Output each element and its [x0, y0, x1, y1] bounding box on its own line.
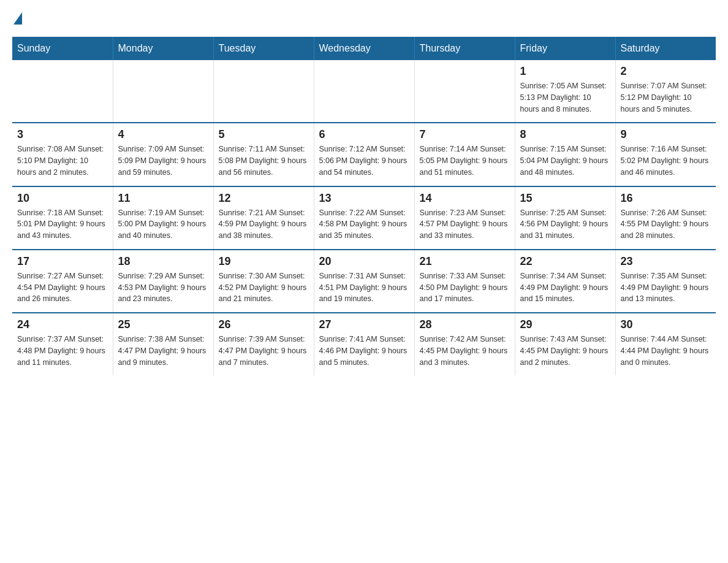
calendar-cell: 19Sunrise: 7:30 AM Sunset: 4:52 PM Dayli…: [213, 250, 314, 313]
day-number: 6: [319, 128, 409, 141]
day-info: Sunrise: 7:26 AM Sunset: 4:55 PM Dayligh…: [621, 207, 711, 242]
day-info: Sunrise: 7:09 AM Sunset: 5:09 PM Dayligh…: [118, 144, 208, 178]
day-number: 19: [219, 255, 309, 268]
day-info: Sunrise: 7:29 AM Sunset: 4:53 PM Dayligh…: [118, 270, 208, 305]
calendar-cell: 1Sunrise: 7:05 AM Sunset: 5:13 PM Daylig…: [515, 60, 615, 123]
calendar-cell: 10Sunrise: 7:18 AM Sunset: 5:01 PM Dayli…: [12, 186, 113, 250]
calendar-cell: [414, 60, 515, 123]
day-number: 16: [621, 192, 711, 205]
day-info: Sunrise: 7:41 AM Sunset: 4:46 PM Dayligh…: [319, 334, 409, 368]
weekday-header-row: SundayMondayTuesdayWednesdayThursdayFrid…: [12, 37, 716, 60]
day-number: 4: [118, 128, 208, 141]
calendar-cell: 3Sunrise: 7:08 AM Sunset: 5:10 PM Daylig…: [12, 123, 113, 186]
day-info: Sunrise: 7:11 AM Sunset: 5:08 PM Dayligh…: [219, 144, 309, 178]
calendar-cell: [12, 60, 113, 123]
calendar-table: SundayMondayTuesdayWednesdayThursdayFrid…: [12, 37, 716, 375]
day-info: Sunrise: 7:31 AM Sunset: 4:51 PM Dayligh…: [319, 270, 409, 305]
calendar-cell: 25Sunrise: 7:38 AM Sunset: 4:47 PM Dayli…: [113, 313, 213, 375]
day-number: 15: [520, 192, 610, 205]
calendar-cell: 22Sunrise: 7:34 AM Sunset: 4:49 PM Dayli…: [515, 250, 615, 313]
weekday-header-tuesday: Tuesday: [213, 37, 314, 60]
calendar-cell: 14Sunrise: 7:23 AM Sunset: 4:57 PM Dayli…: [414, 186, 515, 250]
calendar-week-1: 1Sunrise: 7:05 AM Sunset: 5:13 PM Daylig…: [12, 60, 716, 123]
day-number: 17: [17, 255, 108, 268]
day-info: Sunrise: 7:22 AM Sunset: 4:58 PM Dayligh…: [319, 207, 409, 242]
weekday-header-friday: Friday: [515, 37, 615, 60]
calendar-cell: [213, 60, 314, 123]
day-info: Sunrise: 7:44 AM Sunset: 4:44 PM Dayligh…: [621, 334, 711, 368]
day-info: Sunrise: 7:08 AM Sunset: 5:10 PM Dayligh…: [17, 144, 108, 178]
calendar-cell: 18Sunrise: 7:29 AM Sunset: 4:53 PM Dayli…: [113, 250, 213, 313]
calendar-cell: 12Sunrise: 7:21 AM Sunset: 4:59 PM Dayli…: [213, 186, 314, 250]
day-number: 21: [420, 255, 510, 268]
day-info: Sunrise: 7:14 AM Sunset: 5:05 PM Dayligh…: [420, 144, 510, 178]
day-info: Sunrise: 7:23 AM Sunset: 4:57 PM Dayligh…: [420, 207, 510, 242]
day-info: Sunrise: 7:34 AM Sunset: 4:49 PM Dayligh…: [520, 270, 610, 305]
calendar-cell: [314, 60, 414, 123]
day-number: 18: [118, 255, 208, 268]
day-number: 27: [319, 318, 409, 331]
logo: [12, 12, 23, 25]
calendar-cell: 9Sunrise: 7:16 AM Sunset: 5:02 PM Daylig…: [615, 123, 716, 186]
day-number: 13: [319, 192, 409, 205]
calendar-cell: 30Sunrise: 7:44 AM Sunset: 4:44 PM Dayli…: [615, 313, 716, 375]
calendar-cell: 13Sunrise: 7:22 AM Sunset: 4:58 PM Dayli…: [314, 186, 414, 250]
day-info: Sunrise: 7:38 AM Sunset: 4:47 PM Dayligh…: [118, 334, 208, 368]
day-number: 20: [319, 255, 409, 268]
day-number: 10: [17, 192, 108, 205]
calendar-cell: 5Sunrise: 7:11 AM Sunset: 5:08 PM Daylig…: [213, 123, 314, 186]
calendar-cell: 21Sunrise: 7:33 AM Sunset: 4:50 PM Dayli…: [414, 250, 515, 313]
day-number: 9: [621, 128, 711, 141]
day-info: Sunrise: 7:35 AM Sunset: 4:49 PM Dayligh…: [621, 270, 711, 305]
day-number: 30: [621, 318, 711, 331]
day-number: 2: [621, 65, 711, 78]
day-number: 26: [219, 318, 309, 331]
calendar-week-2: 3Sunrise: 7:08 AM Sunset: 5:10 PM Daylig…: [12, 123, 716, 186]
day-info: Sunrise: 7:05 AM Sunset: 5:13 PM Dayligh…: [520, 80, 610, 115]
page-header: [12, 12, 716, 25]
calendar-cell: 8Sunrise: 7:15 AM Sunset: 5:04 PM Daylig…: [515, 123, 615, 186]
day-info: Sunrise: 7:25 AM Sunset: 4:56 PM Dayligh…: [520, 207, 610, 242]
calendar-body: 1Sunrise: 7:05 AM Sunset: 5:13 PM Daylig…: [12, 60, 716, 375]
day-number: 24: [17, 318, 108, 331]
calendar-cell: 17Sunrise: 7:27 AM Sunset: 4:54 PM Dayli…: [12, 250, 113, 313]
day-number: 25: [118, 318, 208, 331]
weekday-header-thursday: Thursday: [414, 37, 515, 60]
day-number: 23: [621, 255, 711, 268]
weekday-header-sunday: Sunday: [12, 37, 113, 60]
calendar-week-4: 17Sunrise: 7:27 AM Sunset: 4:54 PM Dayli…: [12, 250, 716, 313]
day-number: 11: [118, 192, 208, 205]
calendar-cell: 11Sunrise: 7:19 AM Sunset: 5:00 PM Dayli…: [113, 186, 213, 250]
day-info: Sunrise: 7:33 AM Sunset: 4:50 PM Dayligh…: [420, 270, 510, 305]
calendar-cell: 7Sunrise: 7:14 AM Sunset: 5:05 PM Daylig…: [414, 123, 515, 186]
day-number: 1: [520, 65, 610, 78]
calendar-cell: 29Sunrise: 7:43 AM Sunset: 4:45 PM Dayli…: [515, 313, 615, 375]
day-info: Sunrise: 7:18 AM Sunset: 5:01 PM Dayligh…: [17, 207, 108, 242]
day-info: Sunrise: 7:21 AM Sunset: 4:59 PM Dayligh…: [219, 207, 309, 242]
calendar-cell: [113, 60, 213, 123]
calendar-header: SundayMondayTuesdayWednesdayThursdayFrid…: [12, 37, 716, 60]
weekday-header-saturday: Saturday: [615, 37, 716, 60]
day-info: Sunrise: 7:07 AM Sunset: 5:12 PM Dayligh…: [621, 80, 711, 115]
calendar-week-5: 24Sunrise: 7:37 AM Sunset: 4:48 PM Dayli…: [12, 313, 716, 375]
day-number: 28: [420, 318, 510, 331]
calendar-cell: 15Sunrise: 7:25 AM Sunset: 4:56 PM Dayli…: [515, 186, 615, 250]
calendar-cell: 20Sunrise: 7:31 AM Sunset: 4:51 PM Dayli…: [314, 250, 414, 313]
calendar-cell: 4Sunrise: 7:09 AM Sunset: 5:09 PM Daylig…: [113, 123, 213, 186]
day-number: 5: [219, 128, 309, 141]
day-info: Sunrise: 7:30 AM Sunset: 4:52 PM Dayligh…: [219, 270, 309, 305]
day-number: 12: [219, 192, 309, 205]
day-info: Sunrise: 7:37 AM Sunset: 4:48 PM Dayligh…: [17, 334, 108, 368]
calendar-cell: 24Sunrise: 7:37 AM Sunset: 4:48 PM Dayli…: [12, 313, 113, 375]
weekday-header-monday: Monday: [113, 37, 213, 60]
day-info: Sunrise: 7:12 AM Sunset: 5:06 PM Dayligh…: [319, 144, 409, 178]
calendar-cell: 23Sunrise: 7:35 AM Sunset: 4:49 PM Dayli…: [615, 250, 716, 313]
day-info: Sunrise: 7:39 AM Sunset: 4:47 PM Dayligh…: [219, 334, 309, 368]
logo-triangle-icon: [13, 12, 22, 25]
calendar-cell: 28Sunrise: 7:42 AM Sunset: 4:45 PM Dayli…: [414, 313, 515, 375]
day-info: Sunrise: 7:42 AM Sunset: 4:45 PM Dayligh…: [420, 334, 510, 368]
day-number: 14: [420, 192, 510, 205]
calendar-cell: 6Sunrise: 7:12 AM Sunset: 5:06 PM Daylig…: [314, 123, 414, 186]
day-number: 29: [520, 318, 610, 331]
day-info: Sunrise: 7:16 AM Sunset: 5:02 PM Dayligh…: [621, 144, 711, 178]
